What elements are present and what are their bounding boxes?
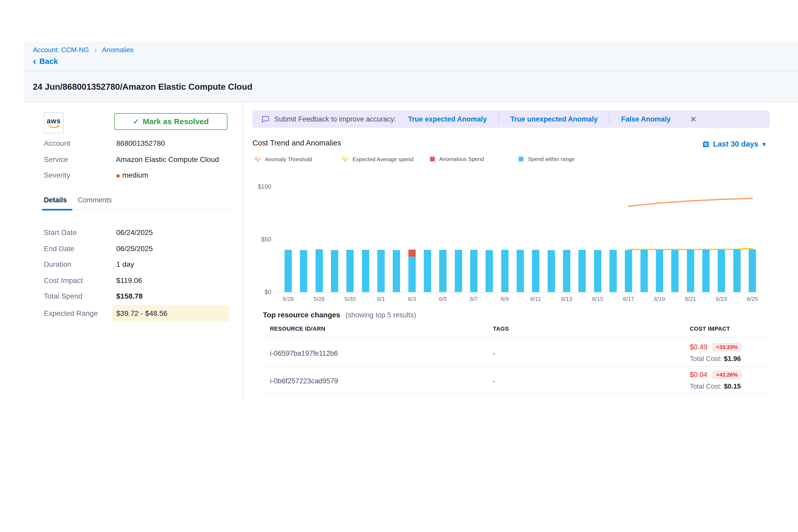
cost-impact-label: Cost Impact bbox=[44, 277, 114, 285]
spend-bar-6/14[interactable] bbox=[578, 250, 586, 292]
active-tab-indicator bbox=[42, 209, 73, 210]
average-line-icon bbox=[342, 156, 349, 163]
spend-within-range-segment bbox=[687, 250, 694, 292]
date-range-selector[interactable]: Last 30 days ▾ bbox=[702, 140, 766, 148]
panel-divider bbox=[243, 102, 243, 402]
spend-within-range-segment bbox=[749, 249, 756, 292]
spend-bar-6/10[interactable] bbox=[517, 250, 524, 292]
spend-bar-6/19[interactable] bbox=[656, 250, 663, 292]
legend-label: Expected Average spend bbox=[353, 156, 413, 163]
spend-bar-5/31[interactable] bbox=[362, 250, 369, 292]
spend-bar-6/25[interactable] bbox=[749, 249, 756, 292]
breadcrumb: Account: CCM-NG › Anomalies bbox=[33, 46, 134, 54]
range-label: Last 30 days bbox=[713, 140, 758, 148]
back-button[interactable]: ‹ Back bbox=[33, 57, 58, 66]
cost-impact-cell: $0.04 +42.26% bbox=[690, 370, 742, 379]
red-square-icon bbox=[429, 156, 436, 162]
table-border bbox=[263, 338, 770, 338]
spend-bar-5/27[interactable] bbox=[300, 250, 307, 292]
spend-bar-6/17[interactable] bbox=[625, 250, 632, 292]
mark-as-resolved-button[interactable]: ✓ Mark as Resolved bbox=[114, 113, 227, 130]
x-axis-label: 6/1 bbox=[377, 296, 385, 303]
severity-dot-icon bbox=[116, 174, 120, 177]
calendar-icon bbox=[702, 140, 710, 148]
percent-badge: +42.26% bbox=[712, 370, 742, 379]
spend-within-range-segment bbox=[331, 250, 338, 292]
spend-within-range-segment bbox=[594, 250, 601, 292]
anomaly-threshold-line bbox=[628, 198, 752, 206]
cost-impact-value: $119.06 bbox=[116, 277, 142, 285]
spend-bar-6/13[interactable] bbox=[563, 250, 570, 292]
spend-within-range-segment bbox=[393, 250, 400, 292]
spend-within-range-segment bbox=[718, 250, 725, 292]
spend-within-range-segment bbox=[470, 250, 477, 292]
spend-bar-6/12[interactable] bbox=[548, 250, 555, 292]
spend-bar-6/23[interactable] bbox=[718, 250, 725, 292]
spend-bar-5/28[interactable] bbox=[316, 249, 323, 292]
spend-bar-6/1[interactable] bbox=[377, 250, 385, 292]
x-axis-label: 6/19 bbox=[654, 296, 665, 303]
spend-bar-5/30[interactable] bbox=[346, 250, 354, 292]
spend-bar-6/15[interactable] bbox=[594, 250, 601, 292]
spend-bar-6/21[interactable] bbox=[687, 250, 694, 292]
spend-within-range-segment bbox=[501, 250, 509, 292]
spend-within-range-segment bbox=[486, 250, 493, 292]
spend-within-range-segment bbox=[563, 250, 570, 292]
start-date-value: 06/24/2025 bbox=[116, 228, 153, 236]
aws-logo-text: aws bbox=[47, 117, 61, 125]
spend-bar-6/20[interactable] bbox=[671, 250, 679, 292]
breadcrumb-account-link[interactable]: Account: CCM-NG bbox=[33, 46, 89, 54]
service-value: Amazon Elastic Compute Cloud bbox=[116, 155, 219, 164]
x-axis-label: 5/28 bbox=[314, 296, 325, 303]
percent-badge: +33.33% bbox=[712, 343, 742, 352]
spend-bar-6/24[interactable] bbox=[733, 249, 741, 292]
spend-bar-6/3[interactable] bbox=[408, 250, 416, 292]
spend-bar-6/9[interactable] bbox=[501, 250, 509, 292]
spend-within-range-segment bbox=[424, 250, 431, 292]
cost-trend-chart[interactable]: $0$50$1005/265/285/306/16/36/56/76/96/11… bbox=[255, 183, 767, 308]
spend-bar-6/16[interactable] bbox=[609, 250, 617, 292]
true-unexpected-anomaly-button[interactable]: True unexpected Anomaly bbox=[510, 115, 598, 124]
x-axis-label: 5/26 bbox=[283, 296, 294, 303]
spend-bar-5/26[interactable] bbox=[285, 250, 292, 292]
spend-within-range-segment bbox=[408, 256, 416, 292]
spend-bar-6/7[interactable] bbox=[470, 250, 477, 292]
spend-within-range-segment bbox=[609, 250, 617, 292]
cost-value: $0.04 bbox=[690, 371, 707, 379]
false-anomaly-button[interactable]: False Anomaly bbox=[621, 115, 671, 124]
spend-bar-6/8[interactable] bbox=[486, 250, 493, 292]
spend-bar-6/5[interactable] bbox=[439, 250, 446, 292]
spend-within-range-segment bbox=[625, 250, 632, 292]
total-spend-label: Total Spend bbox=[44, 292, 114, 300]
column-resource-id: RESOURCE ID/ARN bbox=[270, 325, 325, 332]
spend-bar-6/2[interactable] bbox=[393, 250, 400, 292]
close-icon[interactable]: ✕ bbox=[690, 114, 697, 124]
breadcrumb-anomalies-link[interactable]: Anomalies bbox=[102, 46, 134, 54]
spend-bar-6/11[interactable] bbox=[532, 250, 539, 292]
severity-label: Severity bbox=[44, 171, 114, 179]
table-border bbox=[263, 366, 770, 367]
account-row: Account 868001352780 bbox=[44, 139, 165, 148]
spend-within-range-segment bbox=[377, 250, 385, 292]
spend-bar-5/29[interactable] bbox=[331, 250, 338, 292]
total-cost: Total Cost:$1.96 bbox=[690, 355, 741, 363]
x-axis-label: 6/7 bbox=[470, 296, 478, 303]
caret-down-icon: ▾ bbox=[762, 140, 766, 148]
duration-label: Duration bbox=[44, 260, 114, 269]
tab-comments[interactable]: Comments bbox=[78, 196, 112, 204]
aws-smile-icon bbox=[48, 125, 59, 129]
column-tags: TAGS bbox=[493, 325, 509, 332]
comment-bubble-icon bbox=[261, 115, 270, 124]
table-border bbox=[263, 394, 770, 394]
spend-bar-6/4[interactable] bbox=[424, 250, 431, 292]
tab-details[interactable]: Details bbox=[44, 196, 67, 204]
spend-within-range-segment bbox=[455, 250, 462, 292]
cost-impact-row: Cost Impact $119.06 bbox=[44, 277, 142, 285]
true-expected-anomaly-button[interactable]: True expected Anomaly bbox=[408, 115, 487, 124]
expected-range-value: $39.72 - $48.56 bbox=[116, 309, 167, 317]
spend-bar-6/22[interactable] bbox=[702, 250, 709, 292]
spend-bar-6/18[interactable] bbox=[641, 250, 648, 292]
spend-bar-6/6[interactable] bbox=[455, 250, 462, 292]
chart-title: Cost Trend and Anomalies bbox=[252, 139, 341, 147]
spend-within-range-segment bbox=[316, 249, 323, 292]
